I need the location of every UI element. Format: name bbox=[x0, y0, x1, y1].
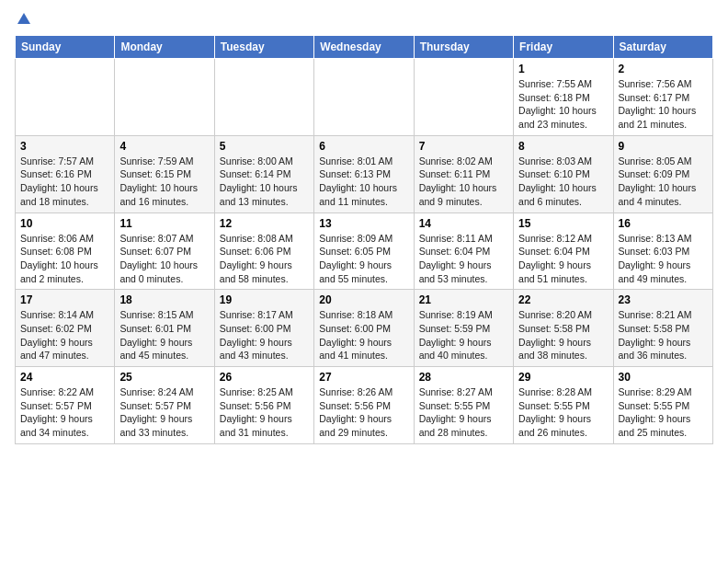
calendar-body: 1Sunrise: 7:55 AM Sunset: 6:18 PM Daylig… bbox=[16, 59, 713, 444]
calendar: SundayMondayTuesdayWednesdayThursdayFrid… bbox=[15, 35, 713, 444]
day-info: Sunrise: 8:06 AM Sunset: 6:08 PM Dayligh… bbox=[20, 232, 109, 286]
calendar-header-row: SundayMondayTuesdayWednesdayThursdayFrid… bbox=[16, 36, 713, 59]
calendar-cell: 19Sunrise: 8:17 AM Sunset: 6:00 PM Dayli… bbox=[214, 290, 313, 367]
day-info: Sunrise: 8:05 AM Sunset: 6:09 PM Dayligh… bbox=[619, 155, 708, 209]
day-info: Sunrise: 7:55 AM Sunset: 6:18 PM Dayligh… bbox=[518, 77, 608, 132]
day-number: 19 bbox=[220, 293, 309, 306]
calendar-header-thursday: Thursday bbox=[414, 36, 513, 59]
calendar-week-2: 3Sunrise: 7:57 AM Sunset: 6:16 PM Daylig… bbox=[16, 135, 713, 213]
day-info: Sunrise: 8:29 AM Sunset: 5:55 PM Dayligh… bbox=[619, 385, 708, 440]
day-info: Sunrise: 8:00 AM Sunset: 6:14 PM Dayligh… bbox=[220, 155, 309, 209]
calendar-header-wednesday: Wednesday bbox=[314, 36, 414, 59]
calendar-cell: 26Sunrise: 8:25 AM Sunset: 5:56 PM Dayli… bbox=[214, 367, 313, 444]
day-number: 1 bbox=[518, 63, 608, 75]
day-number: 25 bbox=[119, 371, 209, 384]
day-info: Sunrise: 8:12 AM Sunset: 6:04 PM Dayligh… bbox=[518, 232, 608, 286]
day-number: 13 bbox=[319, 217, 408, 230]
day-info: Sunrise: 8:22 AM Sunset: 5:57 PM Dayligh… bbox=[20, 385, 109, 440]
day-info: Sunrise: 8:17 AM Sunset: 6:00 PM Dayligh… bbox=[220, 308, 309, 362]
logo bbox=[15, 15, 32, 28]
day-info: Sunrise: 8:02 AM Sunset: 6:11 PM Dayligh… bbox=[419, 155, 508, 209]
day-info: Sunrise: 7:57 AM Sunset: 6:16 PM Dayligh… bbox=[20, 155, 109, 209]
day-number: 12 bbox=[220, 217, 309, 230]
calendar-cell: 29Sunrise: 8:28 AM Sunset: 5:55 PM Dayli… bbox=[514, 367, 613, 444]
day-number: 10 bbox=[20, 217, 109, 230]
day-number: 5 bbox=[220, 140, 309, 153]
header bbox=[15, 15, 713, 28]
calendar-cell: 3Sunrise: 7:57 AM Sunset: 6:16 PM Daylig… bbox=[16, 135, 115, 213]
day-info: Sunrise: 8:24 AM Sunset: 5:57 PM Dayligh… bbox=[119, 385, 209, 440]
day-number: 20 bbox=[319, 293, 408, 306]
day-number: 29 bbox=[518, 371, 608, 384]
day-number: 14 bbox=[419, 217, 508, 230]
day-number: 6 bbox=[319, 140, 408, 153]
day-number: 27 bbox=[319, 371, 408, 384]
day-info: Sunrise: 8:27 AM Sunset: 5:55 PM Dayligh… bbox=[419, 385, 508, 440]
calendar-header-friday: Friday bbox=[514, 36, 613, 59]
calendar-cell: 30Sunrise: 8:29 AM Sunset: 5:55 PM Dayli… bbox=[613, 367, 712, 444]
calendar-cell: 7Sunrise: 8:02 AM Sunset: 6:11 PM Daylig… bbox=[414, 135, 513, 213]
day-info: Sunrise: 8:01 AM Sunset: 6:13 PM Dayligh… bbox=[319, 155, 408, 209]
day-info: Sunrise: 8:03 AM Sunset: 6:10 PM Dayligh… bbox=[518, 155, 608, 209]
calendar-cell bbox=[414, 59, 513, 136]
day-number: 7 bbox=[419, 140, 508, 153]
day-info: Sunrise: 8:14 AM Sunset: 6:02 PM Dayligh… bbox=[20, 308, 109, 362]
calendar-week-5: 24Sunrise: 8:22 AM Sunset: 5:57 PM Dayli… bbox=[16, 367, 713, 444]
day-number: 21 bbox=[419, 293, 508, 306]
day-number: 26 bbox=[220, 371, 309, 384]
calendar-cell: 18Sunrise: 8:15 AM Sunset: 6:01 PM Dayli… bbox=[115, 290, 214, 367]
day-info: Sunrise: 8:11 AM Sunset: 6:04 PM Dayligh… bbox=[419, 232, 508, 286]
calendar-cell: 6Sunrise: 8:01 AM Sunset: 6:13 PM Daylig… bbox=[314, 135, 414, 213]
day-info: Sunrise: 8:19 AM Sunset: 5:59 PM Dayligh… bbox=[419, 308, 508, 362]
calendar-cell: 24Sunrise: 8:22 AM Sunset: 5:57 PM Dayli… bbox=[16, 367, 115, 444]
calendar-cell: 15Sunrise: 8:12 AM Sunset: 6:04 PM Dayli… bbox=[514, 213, 613, 290]
calendar-cell: 25Sunrise: 8:24 AM Sunset: 5:57 PM Dayli… bbox=[115, 367, 214, 444]
day-number: 16 bbox=[619, 217, 708, 230]
calendar-cell bbox=[16, 59, 115, 136]
day-info: Sunrise: 8:18 AM Sunset: 6:00 PM Dayligh… bbox=[319, 308, 408, 362]
day-number: 30 bbox=[619, 371, 708, 384]
day-number: 22 bbox=[518, 293, 608, 306]
calendar-cell: 10Sunrise: 8:06 AM Sunset: 6:08 PM Dayli… bbox=[16, 213, 115, 290]
day-info: Sunrise: 7:59 AM Sunset: 6:15 PM Dayligh… bbox=[119, 155, 209, 209]
day-number: 28 bbox=[419, 371, 508, 384]
day-number: 9 bbox=[619, 140, 708, 153]
calendar-header-monday: Monday bbox=[115, 36, 214, 59]
day-number: 18 bbox=[119, 293, 209, 306]
calendar-cell: 16Sunrise: 8:13 AM Sunset: 6:03 PM Dayli… bbox=[613, 213, 712, 290]
calendar-header-sunday: Sunday bbox=[16, 36, 115, 59]
day-number: 3 bbox=[20, 140, 109, 153]
calendar-cell bbox=[314, 59, 414, 136]
day-number: 4 bbox=[119, 140, 209, 153]
day-number: 24 bbox=[20, 371, 109, 384]
calendar-cell: 28Sunrise: 8:27 AM Sunset: 5:55 PM Dayli… bbox=[414, 367, 513, 444]
calendar-cell: 11Sunrise: 8:07 AM Sunset: 6:07 PM Dayli… bbox=[115, 213, 214, 290]
calendar-cell: 1Sunrise: 7:55 AM Sunset: 6:18 PM Daylig… bbox=[514, 59, 613, 136]
calendar-cell: 13Sunrise: 8:09 AM Sunset: 6:05 PM Dayli… bbox=[314, 213, 414, 290]
day-info: Sunrise: 8:07 AM Sunset: 6:07 PM Dayligh… bbox=[119, 232, 209, 286]
calendar-cell: 12Sunrise: 8:08 AM Sunset: 6:06 PM Dayli… bbox=[214, 213, 313, 290]
calendar-cell: 21Sunrise: 8:19 AM Sunset: 5:59 PM Dayli… bbox=[414, 290, 513, 367]
calendar-header-saturday: Saturday bbox=[613, 36, 712, 59]
calendar-cell bbox=[115, 59, 214, 136]
day-info: Sunrise: 8:08 AM Sunset: 6:06 PM Dayligh… bbox=[220, 232, 309, 286]
calendar-cell: 5Sunrise: 8:00 AM Sunset: 6:14 PM Daylig… bbox=[214, 135, 313, 213]
day-info: Sunrise: 8:13 AM Sunset: 6:03 PM Dayligh… bbox=[619, 232, 708, 286]
day-info: Sunrise: 8:20 AM Sunset: 5:58 PM Dayligh… bbox=[518, 308, 608, 362]
calendar-header-tuesday: Tuesday bbox=[214, 36, 313, 59]
calendar-cell: 4Sunrise: 7:59 AM Sunset: 6:15 PM Daylig… bbox=[115, 135, 214, 213]
calendar-week-4: 17Sunrise: 8:14 AM Sunset: 6:02 PM Dayli… bbox=[16, 290, 713, 367]
day-info: Sunrise: 7:56 AM Sunset: 6:17 PM Dayligh… bbox=[619, 77, 708, 132]
day-number: 2 bbox=[619, 63, 708, 75]
calendar-cell: 8Sunrise: 8:03 AM Sunset: 6:10 PM Daylig… bbox=[514, 135, 613, 213]
calendar-cell: 27Sunrise: 8:26 AM Sunset: 5:56 PM Dayli… bbox=[314, 367, 414, 444]
day-info: Sunrise: 8:09 AM Sunset: 6:05 PM Dayligh… bbox=[319, 232, 408, 286]
day-number: 17 bbox=[20, 293, 109, 306]
day-info: Sunrise: 8:15 AM Sunset: 6:01 PM Dayligh… bbox=[119, 308, 209, 362]
calendar-week-1: 1Sunrise: 7:55 AM Sunset: 6:18 PM Daylig… bbox=[16, 59, 713, 136]
calendar-cell: 23Sunrise: 8:21 AM Sunset: 5:58 PM Dayli… bbox=[613, 290, 712, 367]
calendar-cell: 9Sunrise: 8:05 AM Sunset: 6:09 PM Daylig… bbox=[613, 135, 712, 213]
calendar-cell: 17Sunrise: 8:14 AM Sunset: 6:02 PM Dayli… bbox=[16, 290, 115, 367]
calendar-cell bbox=[214, 59, 313, 136]
day-number: 23 bbox=[619, 293, 708, 306]
